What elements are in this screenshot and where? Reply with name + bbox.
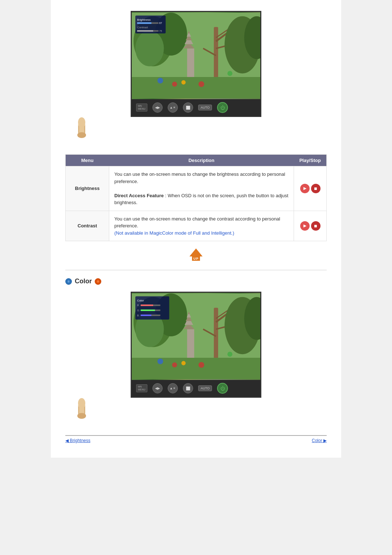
brightness-play-stop-btns: ▶ ⏹ [299, 184, 321, 193]
auto-button[interactable]: AUTO [198, 105, 212, 110]
brightness-menu-cell: Brightness [66, 166, 109, 211]
svg-text:67: 67 [159, 22, 162, 24]
svg-point-19 [199, 81, 204, 87]
direct-access-label: Direct Access Feature [114, 193, 164, 198]
svg-rect-69 [141, 309, 155, 311]
svg-rect-15 [132, 77, 260, 98]
svg-point-3 [135, 31, 164, 66]
hand-indicator-2 [73, 396, 94, 424]
monitor-frame-1: Brightness 67 Contrast 75 MNMENU ◀▶ [131, 11, 261, 117]
input-button[interactable]: ⬜ [183, 102, 193, 113]
color-section-header: Color [65, 278, 327, 285]
bottom-nav: ◀ Brightness Color ▶ [65, 435, 327, 443]
brightness-desc-1: You can use the on-screen menus to chang… [114, 171, 289, 185]
svg-text:G:: G: [137, 309, 140, 312]
color-icon-orange[interactable] [95, 278, 101, 285]
table-header-description: Description [109, 155, 294, 166]
svg-point-58 [199, 362, 204, 368]
svg-text:R:: R: [137, 304, 140, 307]
monitor-controls-2: MNMENU ◀▶ ▲☀ ⬜ AUTO ⏻ [132, 380, 260, 397]
color-icon-blue [65, 278, 72, 285]
feature-table: Menu Description Play/Stop Brightness Yo… [65, 154, 327, 241]
brightness-desc-2: Direct Access Feature : When OSD is not … [114, 192, 289, 206]
monitor-frame-2: Color R: G: B: MNMENU ◀▶ [131, 292, 261, 398]
svg-point-55 [158, 358, 163, 364]
svg-text:Color: Color [137, 299, 144, 302]
contrast-menu-cell: Contrast [66, 211, 109, 241]
svg-point-16 [158, 78, 163, 84]
svg-rect-54 [132, 358, 260, 379]
monitor-section-1: Brightness 67 Contrast 75 MNMENU ◀▶ [65, 11, 327, 143]
svg-point-57 [181, 361, 186, 365]
input-button-2[interactable]: ⬜ [183, 383, 193, 393]
svg-rect-48 [187, 329, 194, 358]
brightness-button[interactable]: ▲☀ [168, 102, 178, 113]
auto-button-2[interactable]: AUTO [198, 385, 212, 391]
prev-nav-link[interactable]: ◀ Brightness [65, 438, 90, 443]
brightness-stop-btn[interactable]: ⏹ [311, 184, 320, 193]
contrast-playstop-cell: ▶ ⏹ [294, 211, 327, 241]
svg-rect-9 [187, 48, 194, 77]
svg-point-59 [228, 352, 233, 357]
monitor-screen-2: Color R: G: B: [132, 293, 260, 380]
nav-button-1[interactable]: ◀▶ [152, 102, 163, 113]
brightness-play-btn[interactable]: ▶ [300, 184, 310, 193]
table-row-contrast: Contrast You can use the on-screen menus… [66, 211, 327, 241]
table-header-menu: Menu [66, 155, 109, 166]
menu-button-2[interactable]: MNMENU [136, 384, 147, 392]
svg-text:Brightness: Brightness [137, 18, 151, 21]
contrast-play-stop-btns: ▶ ⏹ [299, 221, 321, 231]
contrast-desc-1: You can use the on-screen menus to chang… [114, 215, 289, 230]
table-row-brightness: Brightness You can use the on-screen men… [66, 166, 327, 211]
contrast-desc-cell: You can use the on-screen menus to chang… [109, 211, 294, 241]
monitor-controls-1: MNMENU ◀▶ ▲☀ ⬜ AUTO ⏻ [132, 99, 260, 116]
brightness-button-2[interactable]: ▲☀ [168, 383, 178, 393]
svg-point-56 [172, 362, 177, 368]
svg-point-18 [181, 80, 186, 85]
up-arrow-button[interactable]: UP [189, 248, 203, 261]
hand-indicator [73, 115, 94, 143]
svg-rect-30 [137, 30, 153, 32]
next-nav-link[interactable]: Color ▶ [312, 438, 327, 443]
power-button-2[interactable]: ⏻ [217, 383, 228, 394]
monitor-section-2: Color R: G: B: MNMENU ◀▶ [65, 292, 327, 424]
contrast-not-available: (Not available in MagicColor mode of Ful… [114, 230, 289, 237]
section-divider [65, 270, 327, 270]
nav-button-2[interactable]: ◀▶ [152, 383, 163, 393]
svg-point-17 [172, 82, 177, 87]
contrast-stop-btn[interactable]: ⏹ [311, 221, 320, 231]
brightness-desc-cell: You can use the on-screen menus to chang… [109, 166, 294, 211]
svg-rect-66 [141, 304, 153, 306]
svg-text:75: 75 [159, 30, 162, 32]
brightness-playstop-cell: ▶ ⏹ [294, 166, 327, 211]
up-arrow-section: UP [65, 248, 327, 261]
svg-text:B:: B: [137, 314, 140, 317]
contrast-play-btn[interactable]: ▶ [300, 221, 310, 231]
svg-rect-26 [137, 23, 151, 24]
power-button[interactable]: ⏻ [217, 102, 228, 113]
up-arrow-triangle [189, 248, 203, 256]
monitor-screen-1: Brightness 67 Contrast 75 [132, 12, 260, 99]
menu-button[interactable]: MNMENU [136, 104, 147, 111]
color-heading: Color [75, 278, 92, 285]
up-arrow-label: UP [192, 256, 200, 261]
svg-point-20 [228, 71, 233, 76]
table-header-playstop: Play/Stop [294, 155, 327, 166]
svg-text:Contrast: Contrast [137, 26, 148, 29]
svg-rect-72 [141, 315, 152, 316]
